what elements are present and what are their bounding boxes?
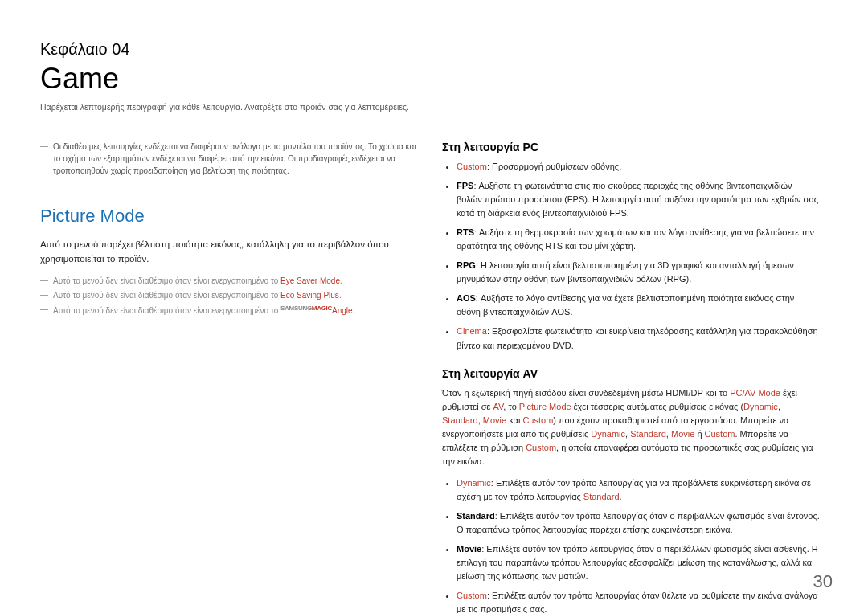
section-body: Αυτό το μενού παρέχει βέλτιστη ποιότητα … [40, 238, 418, 267]
list-item: Custom: Επιλέξτε αυτόν τον τρόπο λειτουρ… [457, 589, 820, 613]
pc-mode-list: Custom: Προσαρμογή ρυθμίσεων οθόνης. FPS… [442, 160, 820, 353]
chapter-label: Κεφάλαιο 04 [40, 40, 828, 59]
footnote-dash: ― [40, 304, 48, 315]
list-item: Movie: Επιλέξτε αυτόν τον τρόπο λειτουργ… [457, 542, 820, 583]
left-column: ― Οι διαθέσιμες λειτουργίες ενδέχεται να… [40, 141, 418, 613]
section-heading-picture-mode: Picture Mode [40, 206, 418, 227]
page-number: 30 [813, 571, 833, 592]
list-item: RTS: Αυξήστε τη θερμοκρασία των χρωμάτων… [457, 226, 820, 253]
footnote-dash: ― [40, 289, 48, 300]
av-mode-list: Dynamic: Επιλέξτε αυτόν τον τρόπο λειτου… [442, 476, 820, 613]
note-eye-saver: Αυτό το μενού δεν είναι διαθέσιμο όταν ε… [53, 275, 342, 287]
top-note: Οι διαθέσιμες λειτουργίες ενδέχεται να δ… [53, 141, 418, 177]
heading-pc-mode: Στη λειτουργία PC [442, 141, 820, 153]
list-item: FPS: Αυξήστε τη φωτεινότητα στις πιο σκο… [457, 179, 820, 220]
note-eco-saving: Αυτό το μενού δεν είναι διαθέσιμο όταν ε… [53, 289, 342, 301]
page-title: Game [40, 62, 828, 96]
list-item: Custom: Προσαρμογή ρυθμίσεων οθόνης. [457, 160, 820, 174]
page-intro: Παρέχεται λεπτομερής περιγραφή για κάθε … [40, 102, 828, 112]
list-item: Standard: Επιλέξτε αυτόν τον τρόπο λειτο… [457, 509, 820, 537]
footnote-dash: ― [40, 275, 48, 286]
right-column: Στη λειτουργία PC Custom: Προσαρμογή ρυθ… [442, 141, 820, 613]
list-item: AOS: Αυξήστε το λόγο αντίθεσης για να έχ… [457, 292, 820, 319]
list-item: Dynamic: Επιλέξτε αυτόν τον τρόπο λειτου… [457, 476, 820, 504]
list-item: Cinema: Εξασφαλίστε φωτεινότητα και ευκρ… [457, 325, 820, 352]
list-item: RPG: Η λειτουργία αυτή είναι βελτιστοποι… [457, 259, 820, 286]
footnote-dash: ― [40, 141, 48, 152]
av-intro: Όταν η εξωτερική πηγή εισόδου είναι συνδ… [442, 386, 820, 468]
note-magic-angle: Αυτό το μενού δεν είναι διαθέσιμο όταν ε… [53, 304, 354, 317]
heading-av-mode: Στη λειτουργία AV [442, 367, 820, 380]
